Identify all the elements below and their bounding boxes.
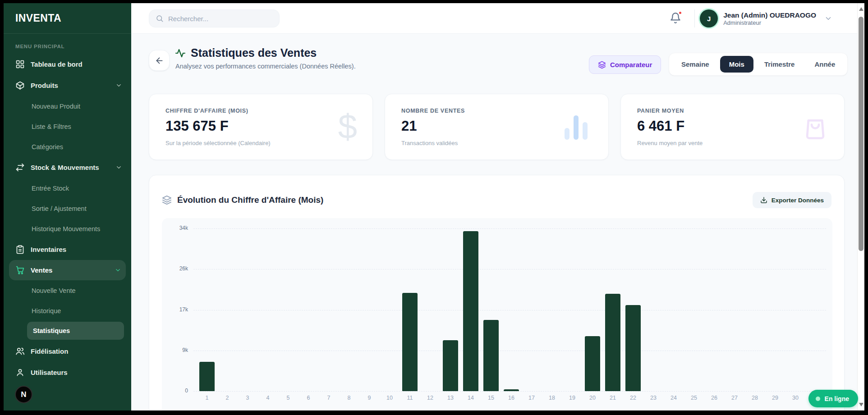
chart-x-label: 26 bbox=[707, 395, 721, 401]
period-tab-annee[interactable]: Année bbox=[805, 56, 844, 73]
sidebar-item-produits[interactable]: Produits bbox=[4, 75, 131, 96]
sidebar-item-historique-mouvements[interactable]: Historique Mouvements bbox=[4, 219, 131, 239]
sidebar-item-nouvelle-vente[interactable]: Nouvelle Vente bbox=[4, 280, 131, 301]
sidebar-item-label: Nouveau Produit bbox=[32, 103, 80, 110]
chart-x-label: 14 bbox=[464, 395, 478, 401]
topbar: J Jean (Admin) OUEDRAOGO Administrateur bbox=[131, 3, 857, 34]
scrollbar[interactable] bbox=[857, 3, 864, 410]
sidebar-item-label: Produits bbox=[31, 82, 58, 89]
chart-x-label: 5 bbox=[281, 395, 295, 401]
sidebar-item-tableau-de-bord[interactable]: Tableau de bord bbox=[4, 54, 131, 75]
chart-x-label: 2 bbox=[220, 395, 234, 401]
nextjs-dev-badge[interactable]: N bbox=[15, 386, 32, 403]
sidebar-item-fidelisation[interactable]: Fidélisation bbox=[4, 341, 131, 362]
chart-x-label: 19 bbox=[565, 395, 579, 401]
box-icon bbox=[15, 81, 25, 90]
stat-card-panier-moyen: PANIER MOYEN6 461 FRevenu moyen par vent… bbox=[620, 94, 845, 160]
chart-x-label: 25 bbox=[687, 395, 701, 401]
brand-logo: INVENTA bbox=[4, 3, 131, 34]
export-data-button[interactable]: Exporter Données bbox=[753, 192, 831, 208]
sidebar-item-liste-filtres[interactable]: Liste & Filtres bbox=[4, 116, 131, 137]
sidebar-item-label: Historique Mouvements bbox=[32, 225, 100, 233]
period-tab-semaine[interactable]: Semaine bbox=[672, 56, 718, 73]
notification-dot bbox=[678, 11, 682, 15]
period-switcher: SemaineMoisTrimestreAnnée bbox=[669, 53, 848, 76]
chart-bar-day-21[interactable] bbox=[605, 294, 620, 391]
chart-x-label: 21 bbox=[606, 395, 620, 401]
user-name: Jean (Admin) OUEDRAOGO bbox=[723, 11, 816, 19]
scrollbar-up-arrow[interactable] bbox=[859, 7, 863, 11]
stat-card-label: NOMBRE DE VENTES bbox=[401, 108, 592, 114]
period-tab-trimestre[interactable]: Trimestre bbox=[755, 56, 804, 73]
chart-x-label: 6 bbox=[302, 395, 315, 401]
stat-card-chiffre-d-affaire-mois: CHIFFRE D'AFFAIRE (MOIS)135 675 FSur la … bbox=[149, 94, 373, 160]
chart-bar-day-20[interactable] bbox=[585, 336, 600, 391]
chart-bar-day-1[interactable] bbox=[199, 362, 215, 391]
sidebar-item-historique[interactable]: Historique bbox=[4, 301, 131, 321]
sidebar-item-label: Historique bbox=[32, 307, 61, 315]
chart-x-label: 20 bbox=[586, 395, 599, 401]
chart-bar-day-11[interactable] bbox=[402, 293, 418, 391]
comparator-button[interactable]: Comparateur bbox=[589, 55, 661, 74]
period-tab-mois[interactable]: Mois bbox=[720, 56, 753, 73]
chart-x-label: 13 bbox=[444, 395, 457, 401]
chart-bar-day-16[interactable] bbox=[504, 389, 519, 391]
chart-gridline bbox=[193, 391, 826, 392]
chevron-down-icon bbox=[115, 164, 122, 171]
download-icon bbox=[760, 196, 767, 204]
sidebar-item-inventaires[interactable]: Inventaires bbox=[4, 239, 131, 260]
chart-x-label: 9 bbox=[363, 395, 376, 401]
sidebar-item-label: Sortie / Ajustement bbox=[32, 205, 87, 212]
user-icon bbox=[15, 368, 25, 377]
chart-x-label: 15 bbox=[484, 395, 498, 401]
search-input[interactable] bbox=[168, 15, 267, 23]
chart-bar-day-14[interactable] bbox=[463, 231, 478, 391]
chart-bar-day-22[interactable] bbox=[625, 305, 641, 391]
chart-gridline bbox=[193, 269, 826, 269]
chart-x-label: 22 bbox=[626, 395, 640, 401]
chart-x-label: 8 bbox=[342, 395, 356, 401]
sidebar-item-sortie-ajustement[interactable]: Sortie / Ajustement bbox=[4, 198, 131, 219]
shopping-bag-icon bbox=[801, 113, 830, 141]
sidebar-item-categories[interactable]: Catégories bbox=[4, 137, 131, 157]
back-button[interactable] bbox=[149, 50, 170, 71]
chart-x-label: 23 bbox=[647, 395, 660, 401]
bar-chart-icon bbox=[565, 114, 588, 140]
online-status-badge: En ligne bbox=[808, 390, 858, 407]
sidebar-item-entree-stock[interactable]: Entrée Stock bbox=[4, 178, 131, 198]
page-subtitle: Analysez vos performances commerciales (… bbox=[175, 63, 356, 70]
stat-card-label: CHIFFRE D'AFFAIRE (MOIS) bbox=[165, 108, 356, 114]
sidebar-item-statistiques[interactable]: Statistiques bbox=[27, 322, 124, 340]
sidebar-item-utilisateurs[interactable]: Utilisateurs bbox=[4, 362, 131, 383]
notification-bell-icon[interactable] bbox=[670, 12, 681, 24]
sidebar-menu: Tableau de bordProduitsNouveau ProduitLi… bbox=[4, 54, 131, 383]
chart-x-label: 29 bbox=[768, 395, 782, 401]
stat-card-subtext: Transactions validées bbox=[401, 140, 592, 146]
user-menu[interactable]: J Jean (Admin) OUEDRAOGO Administrateur bbox=[700, 9, 832, 27]
sidebar-item-label: Entrée Stock bbox=[32, 185, 69, 192]
sidebar-item-label: Stock & Mouvements bbox=[31, 164, 99, 171]
sidebar-item-ventes[interactable]: Ventes bbox=[9, 260, 126, 280]
scrollbar-down-arrow[interactable] bbox=[859, 403, 863, 406]
user-role: Administrateur bbox=[723, 19, 816, 26]
chart-y-label: 17k bbox=[162, 306, 188, 313]
sidebar-item-label: Inventaires bbox=[31, 246, 66, 253]
sidebar-item-label: Catégories bbox=[32, 143, 63, 150]
sidebar-item-stock-mouvements[interactable]: Stock & Mouvements bbox=[4, 157, 131, 178]
chart-title: Évolution du Chiffre d'Affaire (Mois) bbox=[177, 195, 323, 205]
chart-bar-day-13[interactable] bbox=[443, 340, 458, 391]
chart-x-label: 1 bbox=[200, 395, 214, 401]
chart-gridline bbox=[193, 351, 826, 351]
comparator-label: Comparateur bbox=[610, 61, 652, 68]
chart-bar-day-15[interactable] bbox=[483, 320, 499, 391]
scrollbar-thumb[interactable] bbox=[859, 17, 863, 251]
chart-x-label: 27 bbox=[728, 395, 741, 401]
sidebar-section-label: MENU PRINCIPAL bbox=[15, 44, 131, 49]
stat-card-subtext: Sur la période sélectionnée (Calendaire) bbox=[165, 140, 356, 146]
search-bar[interactable] bbox=[149, 9, 280, 27]
chevron-down-icon bbox=[824, 14, 832, 23]
stat-card-value: 6 461 F bbox=[637, 118, 828, 134]
chart-x-label: 4 bbox=[261, 395, 275, 401]
chart-x-label: 17 bbox=[525, 395, 538, 401]
sidebar-item-nouveau-produit[interactable]: Nouveau Produit bbox=[4, 96, 131, 116]
